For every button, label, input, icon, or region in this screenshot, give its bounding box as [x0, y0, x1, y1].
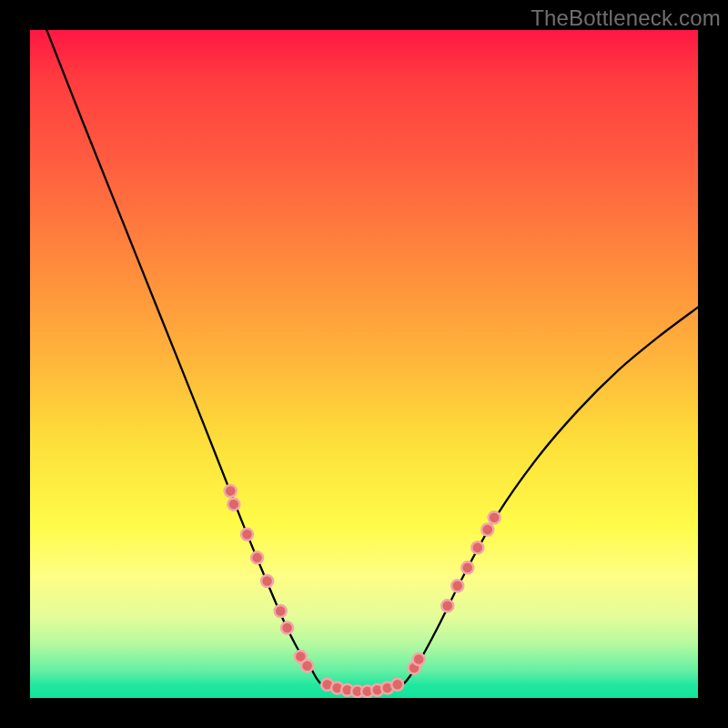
- marker-dot: [461, 561, 473, 573]
- marker-dot: [413, 653, 425, 665]
- marker-dot: [489, 511, 500, 523]
- chart-svg: [30, 30, 698, 698]
- marker-dot: [441, 600, 453, 612]
- marker-dot: [225, 485, 237, 497]
- marker-dot: [471, 541, 483, 553]
- plot-area: [30, 30, 698, 698]
- marker-dot: [451, 580, 463, 592]
- marker-dot: [301, 660, 313, 672]
- marker-dot: [481, 524, 493, 536]
- watermark-text: TheBottleneck.com: [531, 5, 721, 31]
- chart-container: TheBottleneck.com: [0, 0, 728, 728]
- marker-dot: [275, 605, 287, 617]
- marker-dot: [391, 679, 403, 691]
- bottleneck-curve: [46, 30, 698, 693]
- marker-dot: [241, 529, 253, 541]
- marker-dot: [281, 622, 293, 633]
- marker-dot: [228, 499, 239, 511]
- marker-group: [225, 485, 500, 697]
- marker-dot: [261, 575, 273, 587]
- marker-dot: [251, 551, 263, 563]
